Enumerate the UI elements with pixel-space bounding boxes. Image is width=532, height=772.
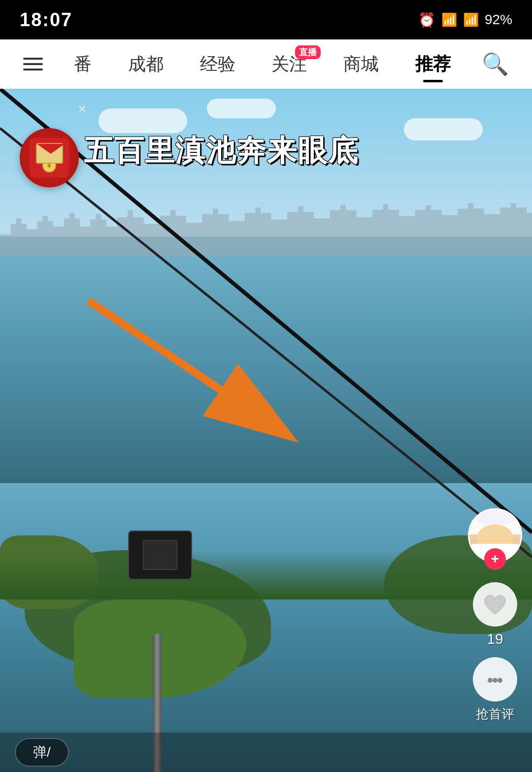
author-avatar[interactable]: + [468, 508, 522, 562]
nav-item-experience[interactable]: 经验 [195, 48, 240, 80]
signal-icon-1: 📶 [441, 12, 457, 28]
city-silhouette [0, 197, 532, 256]
nav-bar: 番 成都 经验 关注 直播 商城 推荐 🔍 [0, 39, 532, 89]
status-time: 18:07 [20, 9, 72, 31]
battery-level: 92% [485, 12, 512, 28]
nav-item-recommend[interactable]: 推荐 [410, 48, 456, 80]
cloud-2 [207, 99, 276, 118]
comment-button[interactable]: 抢首评 [473, 657, 517, 723]
water-area [0, 237, 532, 483]
zipline-mechanism [128, 530, 192, 580]
nav-item-chengdu[interactable]: 成都 [123, 48, 168, 80]
svg-point-5 [493, 678, 498, 683]
nav-item-mall[interactable]: 商城 [338, 48, 384, 80]
live-badge: 直播 [295, 45, 321, 59]
alarm-icon: ⏰ [418, 12, 435, 28]
trees-strip [0, 550, 532, 599]
video-area[interactable]: × ¥ 五百里滇池奔来眼底 [0, 89, 532, 772]
status-bar: 18:07 ⏰ 📶 📶 92% [0, 0, 532, 39]
search-icon[interactable]: 🔍 [482, 51, 509, 77]
menu-icon[interactable] [23, 58, 43, 70]
right-sidebar: + 19 抢首评 [468, 508, 522, 723]
danmu-label: 弹/ [33, 743, 51, 762]
bottom-bar: 弹/ [0, 733, 532, 772]
svg-point-4 [488, 678, 493, 683]
danmu-button[interactable]: 弹/ [15, 738, 69, 767]
heart-icon [473, 582, 517, 627]
svg-point-6 [498, 678, 502, 683]
envelope-body: ¥ [30, 138, 69, 177]
video-title: 五百里滇池奔来眼底 [84, 133, 512, 169]
signal-icon-2: 📶 [463, 12, 479, 28]
like-button[interactable]: 19 [473, 582, 517, 647]
comment-label: 抢首评 [476, 705, 514, 723]
like-count: 19 [487, 631, 503, 647]
cloud-1 [99, 108, 187, 133]
nav-item-fan[interactable]: 番 [69, 48, 97, 80]
close-envelope-button[interactable]: × [78, 101, 86, 117]
follow-button[interactable]: + [484, 548, 506, 570]
nav-item-follow[interactable]: 关注 直播 [266, 48, 312, 80]
status-icons: ⏰ 📶 📶 92% [418, 12, 512, 28]
city-buildings [0, 202, 532, 256]
red-envelope-button[interactable]: × ¥ [20, 128, 79, 187]
comment-icon [473, 657, 517, 702]
